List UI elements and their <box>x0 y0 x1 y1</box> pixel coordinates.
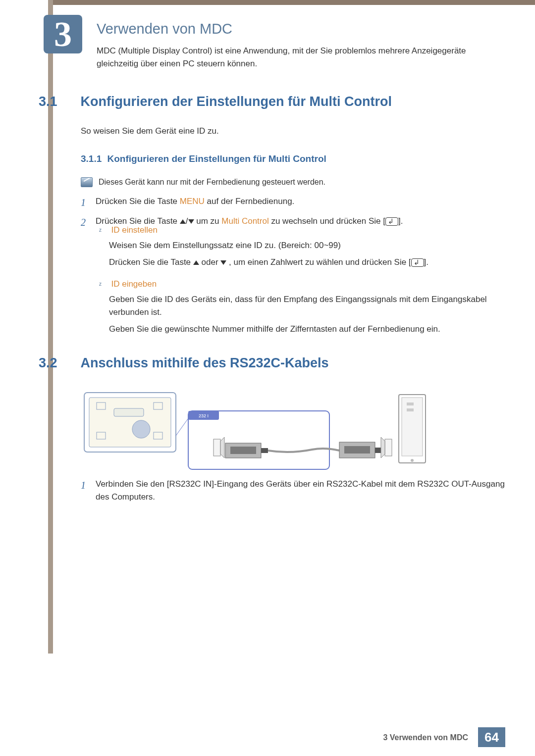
svg-rect-11 <box>214 439 220 456</box>
svg-rect-3 <box>114 408 144 416</box>
enter-key-icon <box>385 217 398 226</box>
sub-item-label: ID einstellen <box>111 225 158 235</box>
subsection-3-1-1: 3.1.1 Konfigurieren der Einstellungen fü… <box>81 153 505 164</box>
text: , um einen Zahlwert zu wählen und drücke… <box>229 257 411 267</box>
enter-key-icon <box>411 258 424 267</box>
note-icon <box>81 177 93 187</box>
text: Drücken Sie die Taste <box>96 197 180 206</box>
step-list-3-2: 1 Verbinden Sie den [RS232C IN]-Eingang … <box>81 478 505 508</box>
text: um zu <box>196 216 221 226</box>
section-number: 3.2 <box>39 355 78 371</box>
display-device-icon <box>84 393 176 452</box>
bullet-marker: z <box>99 281 109 287</box>
step-number: 1 <box>81 195 90 210</box>
note-text: Dieses Gerät kann nur mit der Fernbedien… <box>99 178 325 187</box>
svg-point-23 <box>411 459 414 462</box>
step-1: 1 Drücken Sie die Taste MENU auf der Fer… <box>81 195 505 210</box>
sub-item-desc: Geben Sie die ID des Geräts ein, dass fü… <box>109 293 505 319</box>
subsection-number: 3.1.1 <box>81 153 102 164</box>
section-number: 3.1 <box>39 94 78 109</box>
up-icon <box>180 219 186 224</box>
connection-diagram: 232 I <box>82 389 438 475</box>
svg-rect-15 <box>261 448 268 453</box>
svg-line-10 <box>176 418 188 436</box>
sub-item-desc: Weisen Sie dem Einstellungssatz eine ID … <box>109 239 505 252</box>
step-body: Drücken Sie die Taste MENU auf der Fernb… <box>96 195 505 208</box>
sub-item-id-eingeben: z ID eingeben Geben Sie die ID des Gerät… <box>99 279 505 336</box>
section-title: Anschluss mithilfe des RS232C-Kabels <box>80 355 328 371</box>
menu-keyword: MENU <box>180 197 205 206</box>
svg-point-5 <box>132 420 150 438</box>
svg-rect-19 <box>385 439 392 456</box>
step-number: 2 <box>81 215 90 230</box>
svg-rect-17 <box>344 446 370 454</box>
up-icon <box>193 260 199 265</box>
chapter-title: Verwenden von MDC <box>97 21 232 37</box>
section-3-2: 3.2 Anschluss mithilfe des RS232C-Kabels <box>39 355 505 371</box>
down-icon <box>188 219 194 224</box>
text: Drücken Sie die Taste <box>109 257 193 267</box>
port-callout: 232 I <box>176 411 392 469</box>
header-bar <box>48 0 535 5</box>
page-number: 64 <box>478 727 505 747</box>
text: oder <box>202 257 221 267</box>
svg-marker-12 <box>220 437 224 458</box>
step-body: Verbinden Sie den [RS232C IN]-Eingang de… <box>96 478 505 503</box>
text: Drücken Sie die Taste <box>96 216 180 226</box>
section-3-1-intro: So weisen Sie dem Gerät eine ID zu. <box>81 126 219 136</box>
sub-item-label: ID eingeben <box>111 279 157 289</box>
text: zu wechseln und drücken Sie [ <box>269 216 385 226</box>
step-1: 1 Verbinden Sie den [RS232C IN]-Eingang … <box>81 478 505 503</box>
sub-item-id-einstellen: z ID einstellen Weisen Sie dem Einstellu… <box>99 225 505 269</box>
down-icon <box>220 260 226 265</box>
sublist: z ID einstellen Weisen Sie dem Einstellu… <box>99 225 505 346</box>
note-row: Dieses Gerät kann nur mit der Fernbedien… <box>81 177 505 187</box>
svg-rect-25 <box>407 408 414 411</box>
svg-rect-24 <box>407 403 414 405</box>
svg-rect-14 <box>230 447 256 454</box>
port-label-text: 232 I <box>199 413 209 418</box>
chapter-number: 3 <box>54 16 72 52</box>
step-number: 1 <box>81 478 90 493</box>
svg-rect-1 <box>89 398 171 447</box>
text: ]. <box>398 216 403 226</box>
subsection-title: Konfigurieren der Einstellungen für Mult… <box>107 153 326 164</box>
text: ]. <box>424 257 428 267</box>
sub-item-desc: Geben Sie die gewünschte Nummer mithilfe… <box>109 323 505 336</box>
multicontrol-keyword: Multi Control <box>221 216 268 226</box>
pc-icon <box>399 395 426 463</box>
svg-rect-22 <box>402 398 423 456</box>
svg-marker-20 <box>381 437 385 458</box>
chapter-badge: 3 <box>44 15 82 53</box>
chapter-description: MDC (Multiple Display Control) ist eine … <box>97 45 495 70</box>
section-3-1: 3.1 Konfigurieren der Einstellungen für … <box>39 94 505 109</box>
text: auf der Fernbedienung. <box>205 197 294 206</box>
sub-item-desc: Drücken Sie die Taste oder , um einen Za… <box>109 256 505 269</box>
section-title: Konfigurieren der Einstellungen für Mult… <box>80 94 392 109</box>
bullet-marker: z <box>99 227 109 233</box>
footer-chapter: 3 Verwenden von MDC <box>383 733 468 742</box>
